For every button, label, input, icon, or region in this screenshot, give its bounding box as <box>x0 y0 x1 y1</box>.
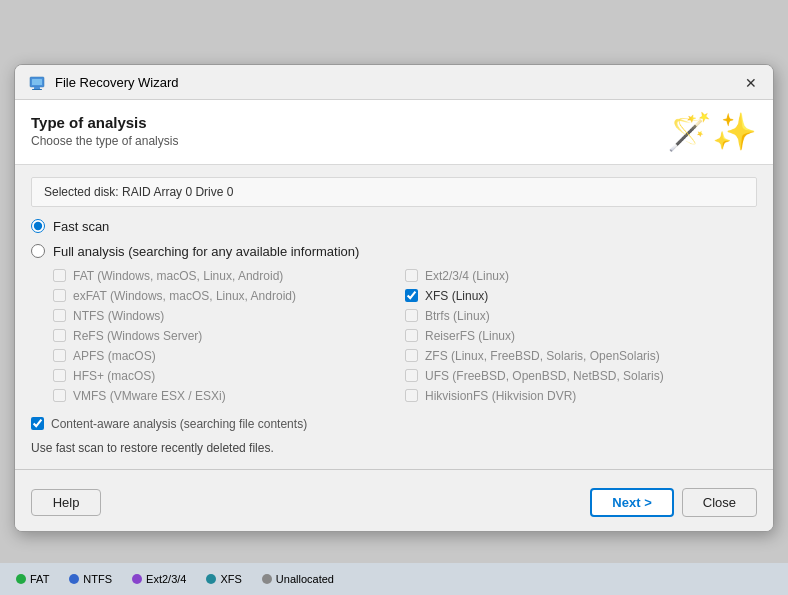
list-item: Btrfs (Linux) <box>405 309 757 323</box>
taskbar-item-xfs[interactable]: XFS <box>198 567 249 591</box>
xfs-label: XFS (Linux) <box>425 289 488 303</box>
ext-taskbar-label: Ext2/3/4 <box>146 573 186 585</box>
svg-rect-2 <box>34 87 40 89</box>
fs-col-left: FAT (Windows, macOS, Linux, Android) exF… <box>53 269 405 403</box>
list-item: HFS+ (macOS) <box>53 369 405 383</box>
zfs-checkbox[interactable] <box>405 349 418 362</box>
fat-checkbox[interactable] <box>53 269 66 282</box>
header-section: Type of analysis Choose the type of anal… <box>15 100 773 165</box>
list-item: XFS (Linux) <box>405 289 757 303</box>
close-title-bar-button[interactable]: ✕ <box>741 73 761 93</box>
list-item: UFS (FreeBSD, OpenBSD, NetBSD, Solaris) <box>405 369 757 383</box>
taskbar-item-ext[interactable]: Ext2/3/4 <box>124 567 194 591</box>
list-item: ReFS (Windows Server) <box>53 329 405 343</box>
btrfs-label: Btrfs (Linux) <box>425 309 490 323</box>
vmfs-checkbox[interactable] <box>53 389 66 402</box>
ufs-checkbox[interactable] <box>405 369 418 382</box>
footer-right: Next > Close <box>590 488 757 517</box>
full-analysis-label: Full analysis (searching for any availab… <box>53 244 359 259</box>
selected-disk-label: Selected disk: RAID Array 0 Drive 0 <box>44 185 233 199</box>
footer: Help Next > Close <box>15 480 773 531</box>
list-item: ZFS (Linux, FreeBSD, Solaris, OpenSolari… <box>405 349 757 363</box>
unallocated-dot <box>262 574 272 584</box>
content-aware-checkbox[interactable] <box>31 417 44 430</box>
app-icon <box>27 73 47 93</box>
fast-scan-option[interactable]: Fast scan <box>31 219 757 234</box>
list-item: APFS (macOS) <box>53 349 405 363</box>
ntfs-taskbar-label: NTFS <box>83 573 112 585</box>
fs-columns: FAT (Windows, macOS, Linux, Android) exF… <box>53 269 757 403</box>
content-area: Selected disk: RAID Array 0 Drive 0 Fast… <box>15 177 773 455</box>
selected-disk-bar: Selected disk: RAID Array 0 Drive 0 <box>31 177 757 207</box>
ntfs-label: NTFS (Windows) <box>73 309 164 323</box>
ext-dot <box>132 574 142 584</box>
list-item: FAT (Windows, macOS, Linux, Android) <box>53 269 405 283</box>
content-aware-label: Content-aware analysis (searching file c… <box>51 417 307 431</box>
title-bar: File Recovery Wizard ✕ <box>15 65 773 100</box>
xfs-checkbox[interactable] <box>405 289 418 302</box>
section-subtitle: Choose the type of analysis <box>31 134 178 148</box>
xfs-taskbar-label: XFS <box>220 573 241 585</box>
ext234-checkbox[interactable] <box>405 269 418 282</box>
refs-label: ReFS (Windows Server) <box>73 329 202 343</box>
fast-scan-label: Fast scan <box>53 219 109 234</box>
title-bar-left: File Recovery Wizard <box>27 73 179 93</box>
svg-rect-1 <box>32 79 42 85</box>
svg-rect-3 <box>32 89 42 90</box>
list-item: VMFS (VMware ESX / ESXi) <box>53 389 405 403</box>
taskbar-item-fat[interactable]: FAT <box>8 567 57 591</box>
xfs-dot <box>206 574 216 584</box>
zfs-label: ZFS (Linux, FreeBSD, Solaris, OpenSolari… <box>425 349 660 363</box>
taskbar-item-unallocated[interactable]: Unallocated <box>254 567 342 591</box>
help-button[interactable]: Help <box>31 489 101 516</box>
full-analysis-radio[interactable] <box>31 244 45 258</box>
vmfs-label: VMFS (VMware ESX / ESXi) <box>73 389 226 403</box>
fat-label: FAT (Windows, macOS, Linux, Android) <box>73 269 283 283</box>
ext234-label: Ext2/3/4 (Linux) <box>425 269 509 283</box>
close-dialog-button[interactable]: Close <box>682 488 757 517</box>
filesystem-section: FAT (Windows, macOS, Linux, Android) exF… <box>53 269 757 403</box>
taskbar: FAT NTFS Ext2/3/4 XFS Unallocated <box>0 563 788 595</box>
next-button[interactable]: Next > <box>590 488 673 517</box>
unallocated-taskbar-label: Unallocated <box>276 573 334 585</box>
apfs-checkbox[interactable] <box>53 349 66 362</box>
list-item: NTFS (Windows) <box>53 309 405 323</box>
hfsplus-checkbox[interactable] <box>53 369 66 382</box>
fat-taskbar-label: FAT <box>30 573 49 585</box>
fs-col-right: Ext2/3/4 (Linux) XFS (Linux) Btrfs (Linu… <box>405 269 757 403</box>
section-title: Type of analysis <box>31 114 178 131</box>
ntfs-dot <box>69 574 79 584</box>
header-text: Type of analysis Choose the type of anal… <box>31 114 178 148</box>
apfs-label: APFS (macOS) <box>73 349 156 363</box>
exfat-label: exFAT (Windows, macOS, Linux, Android) <box>73 289 296 303</box>
list-item: HikvisionFS (Hikvision DVR) <box>405 389 757 403</box>
fat-dot <box>16 574 26 584</box>
hikvisionfs-checkbox[interactable] <box>405 389 418 402</box>
full-analysis-option[interactable]: Full analysis (searching for any availab… <box>31 244 757 259</box>
list-item: Ext2/3/4 (Linux) <box>405 269 757 283</box>
list-item: exFAT (Windows, macOS, Linux, Android) <box>53 289 405 303</box>
refs-checkbox[interactable] <box>53 329 66 342</box>
reiserfs-checkbox[interactable] <box>405 329 418 342</box>
btrfs-checkbox[interactable] <box>405 309 418 322</box>
list-item: ReiserFS (Linux) <box>405 329 757 343</box>
fast-scan-note: Use fast scan to restore recently delete… <box>31 441 757 455</box>
footer-divider <box>15 469 773 470</box>
fast-scan-radio[interactable] <box>31 219 45 233</box>
exfat-checkbox[interactable] <box>53 289 66 302</box>
ufs-label: UFS (FreeBSD, OpenBSD, NetBSD, Solaris) <box>425 369 664 383</box>
taskbar-item-ntfs[interactable]: NTFS <box>61 567 120 591</box>
hfsplus-label: HFS+ (macOS) <box>73 369 155 383</box>
reiserfs-label: ReiserFS (Linux) <box>425 329 515 343</box>
ntfs-checkbox[interactable] <box>53 309 66 322</box>
dialog-title: File Recovery Wizard <box>55 75 179 90</box>
content-aware-section: Content-aware analysis (searching file c… <box>31 417 757 431</box>
file-recovery-dialog: File Recovery Wizard ✕ Type of analysis … <box>14 64 774 532</box>
wizard-icon: 🪄✨ <box>667 114 757 150</box>
hikvisionfs-label: HikvisionFS (Hikvision DVR) <box>425 389 576 403</box>
